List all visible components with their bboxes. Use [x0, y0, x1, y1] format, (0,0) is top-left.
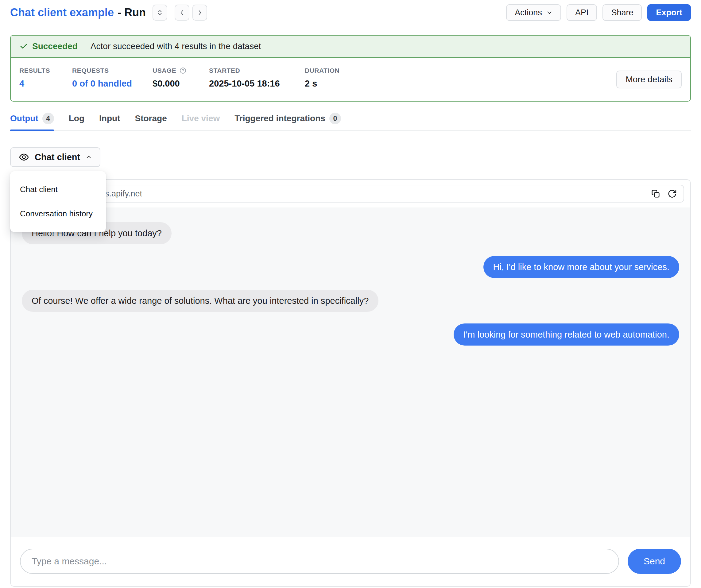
stat-started-value: 2025-10-05 18:16 — [209, 78, 305, 89]
check-icon — [19, 42, 28, 51]
stat-started-label: STARTED — [209, 67, 305, 74]
stat-usage-value: $0.000 — [153, 78, 209, 89]
run-status-banner: Succeeded Actor succeeded with 4 results… — [10, 35, 691, 101]
copy-icon[interactable] — [651, 189, 660, 198]
refresh-icon[interactable] — [668, 189, 677, 198]
run-tabs: Output 4 Log Input Storage Live view Tri… — [10, 113, 691, 131]
chat-client-panel: ns.apify.net Hello! How can I help you t… — [10, 179, 691, 587]
chevron-down-icon — [546, 10, 552, 16]
eye-icon — [19, 152, 29, 162]
tab-triggered-integrations-badge: 0 — [329, 113, 341, 124]
stat-results: RESULTS 4 — [19, 67, 72, 89]
page-title-suffix: - Run — [118, 6, 146, 19]
chat-message-user: Hi, I'd like to know more about your ser… — [483, 256, 680, 278]
output-view-selector: Chat client Chat client Conversation his… — [10, 147, 100, 167]
send-button[interactable]: Send — [628, 549, 681, 574]
tab-log[interactable]: Log — [69, 113, 84, 130]
api-button-label: API — [575, 8, 589, 17]
chat-message-user: I'm looking for something related to web… — [454, 323, 679, 345]
stat-started: STARTED 2025-10-05 18:16 — [209, 67, 305, 89]
menu-item-chat-client[interactable]: Chat client — [10, 178, 106, 202]
actions-button-label: Actions — [515, 8, 542, 17]
run-selector-stepper[interactable] — [153, 5, 167, 21]
stat-duration: DURATION 2 s — [305, 67, 339, 89]
status-label: Succeeded — [32, 41, 78, 51]
export-button-label: Export — [656, 8, 682, 17]
export-button[interactable]: Export — [647, 4, 691, 21]
status-message: Actor succeeded with 4 results in the da… — [90, 41, 261, 51]
chat-message-bot: Of course! We offer a wide range of solu… — [22, 290, 379, 312]
run-detail-page: Chat client example - Run Actions API Sh… — [0, 0, 701, 588]
previous-run-button[interactable] — [175, 5, 189, 21]
stat-requests: REQUESTS 0 of 0 handled — [72, 67, 153, 89]
chevron-left-icon — [179, 9, 185, 16]
stat-requests-label: REQUESTS — [72, 67, 153, 74]
embed-url-text: ns.apify.net — [100, 189, 142, 199]
share-button[interactable]: Share — [603, 4, 642, 21]
tab-triggered-integrations-label: Triggered integrations — [234, 113, 325, 123]
tab-input[interactable]: Input — [99, 113, 120, 130]
url-bar-actions — [651, 189, 677, 198]
view-selector-menu: Chat client Conversation history — [10, 171, 106, 232]
tab-live-view: Live view — [182, 113, 220, 130]
stat-duration-value: 2 s — [305, 78, 339, 89]
status-strip: Succeeded Actor succeeded with 4 results… — [11, 36, 690, 58]
actions-button[interactable]: Actions — [506, 4, 561, 21]
tab-storage-label: Storage — [135, 113, 167, 123]
stat-results-value[interactable]: 4 — [19, 78, 72, 89]
up-down-chevrons-icon — [157, 9, 163, 17]
menu-item-conversation-history[interactable]: Conversation history — [10, 202, 106, 226]
share-button-label: Share — [611, 8, 633, 17]
stat-results-label: RESULTS — [19, 67, 72, 74]
tab-input-label: Input — [99, 113, 120, 123]
view-selector-button[interactable]: Chat client — [10, 147, 100, 167]
more-details-button[interactable]: More details — [616, 71, 682, 88]
tab-storage[interactable]: Storage — [135, 113, 167, 130]
stat-usage: USAGE $0.000 — [153, 67, 209, 89]
tab-output-label: Output — [10, 113, 38, 123]
next-run-button[interactable] — [192, 5, 207, 21]
header-actions: Actions API Share Export — [506, 4, 691, 21]
chevron-up-icon — [86, 154, 92, 160]
run-stats: RESULTS 4 REQUESTS 0 of 0 handled USAGE … — [11, 58, 690, 101]
stat-usage-label-text: USAGE — [153, 67, 176, 74]
tab-log-label: Log — [69, 113, 84, 123]
page-title: Chat client example — [10, 6, 114, 19]
stat-requests-value[interactable]: 0 of 0 handled — [72, 78, 153, 89]
api-button[interactable]: API — [566, 4, 597, 21]
embed-url-bar: ns.apify.net — [17, 185, 684, 203]
message-input[interactable] — [20, 549, 619, 574]
view-selector-label: Chat client — [35, 152, 80, 162]
tab-output[interactable]: Output 4 — [10, 113, 54, 130]
chat-message-list: Hello! How can I help you today? Hi, I'd… — [11, 208, 690, 536]
page-header: Chat client example - Run Actions API Sh… — [10, 4, 691, 21]
tab-live-view-label: Live view — [182, 113, 220, 123]
embed-url-row: ns.apify.net — [11, 180, 690, 208]
tab-triggered-integrations[interactable]: Triggered integrations 0 — [234, 113, 341, 130]
more-details-label: More details — [626, 74, 672, 84]
chat-input-row: Send — [11, 536, 690, 586]
info-circle-icon[interactable] — [179, 67, 187, 74]
chevron-right-icon — [196, 9, 203, 16]
stat-duration-label: DURATION — [305, 67, 339, 74]
stat-usage-label: USAGE — [153, 67, 209, 74]
tab-output-badge: 4 — [42, 113, 54, 124]
